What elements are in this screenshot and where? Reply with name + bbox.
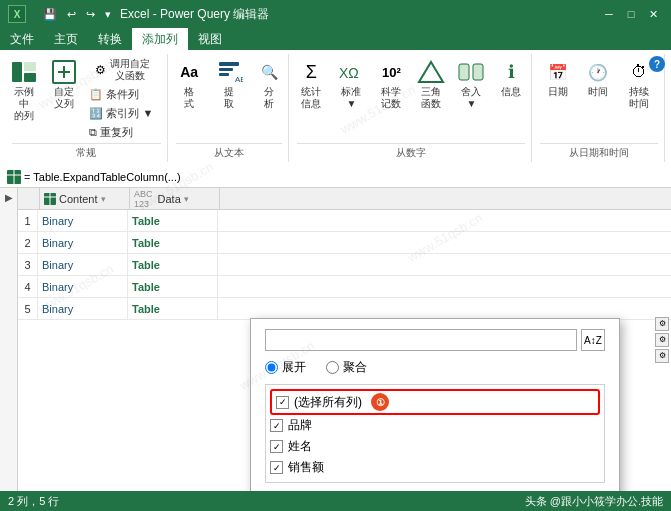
- btn-index-col[interactable]: 🔢 索引列 ▼: [86, 105, 166, 122]
- cb-brand[interactable]: ✓: [270, 419, 283, 432]
- main-wrapper: X 💾 ↩ ↪ ▾ Excel - Power Query 编辑器 ─ □ ✕ …: [0, 0, 671, 511]
- content-filter-icon[interactable]: ▾: [101, 194, 106, 204]
- radio-expand[interactable]: 展开: [265, 359, 306, 376]
- expand-arrow[interactable]: ▶: [5, 192, 13, 203]
- right-btn-2[interactable]: ⚙: [655, 333, 669, 347]
- group-from-date: 📅 日期 🕐 时间 ⏱ 持续时间 从日期和时间: [534, 54, 665, 162]
- left-panel: ▶: [0, 188, 18, 491]
- radio-expand-input[interactable]: [265, 361, 278, 374]
- tab-transform[interactable]: 转换: [88, 28, 132, 50]
- btn-sci[interactable]: 10² 科学记数: [373, 56, 409, 112]
- ribbon-tabs: 文件 主页 转换 添加列 视图: [0, 28, 671, 50]
- btn-date[interactable]: 📅 日期: [540, 56, 576, 100]
- col-header-num: [18, 188, 40, 209]
- tab-home[interactable]: 主页: [44, 28, 88, 50]
- btn-format[interactable]: Aa 格式: [171, 56, 207, 112]
- checkbox-name-row: ✓ 姓名: [270, 436, 600, 457]
- group-from-text-items: Aa 格式 ABC 提取 🔍 分析: [171, 56, 287, 141]
- round-label: 舍入▼: [461, 86, 481, 110]
- svg-marker-11: [419, 62, 443, 82]
- example-col-label: 示例中的列: [10, 86, 38, 122]
- btn-analyze[interactable]: 🔍 分析: [251, 56, 287, 112]
- table-icon: [6, 169, 22, 185]
- qa-save[interactable]: 💾: [40, 8, 60, 21]
- svg-rect-7: [219, 68, 233, 71]
- extract-icon: ABC: [215, 58, 243, 86]
- right-btn-1[interactable]: ⚙: [655, 317, 669, 331]
- svg-rect-12: [459, 64, 469, 80]
- repeat-col-icon: ⧉: [89, 126, 97, 139]
- qa-dropdown[interactable]: ▾: [102, 8, 114, 21]
- cell-row-5-num: 5: [18, 298, 38, 319]
- cb-sales[interactable]: ✓: [270, 461, 283, 474]
- group-normal-items: 示例中的列 自定义列 ⚙ 调用自定义函数 �: [6, 56, 166, 141]
- dialog-search-input[interactable]: [265, 329, 577, 351]
- btn-example-col[interactable]: 示例中的列: [6, 56, 42, 124]
- group-from-date-items: 📅 日期 🕐 时间 ⏱ 持续时间: [540, 56, 658, 141]
- condition-col-icon: 📋: [89, 88, 103, 101]
- svg-text:XΩ: XΩ: [339, 65, 359, 81]
- btn-trig[interactable]: 三角函数: [413, 56, 449, 112]
- btn-extract[interactable]: ABC 提取: [211, 56, 247, 112]
- btn-stats[interactable]: Σ 统计信息: [293, 56, 329, 112]
- index-col-label: 索引列 ▼: [106, 106, 153, 121]
- table-row[interactable]: 4 Binary Table: [18, 276, 671, 298]
- btn-invoke-func[interactable]: ⚙ 调用自定义函数: [86, 56, 166, 84]
- btn-time[interactable]: 🕐 时间: [580, 56, 616, 100]
- cb-select-all[interactable]: ✓: [276, 396, 289, 409]
- tab-file[interactable]: 文件: [0, 28, 44, 50]
- group-from-text-label: 从文本: [176, 143, 283, 160]
- col-content-label: Content: [59, 193, 98, 205]
- round-icon: [457, 58, 485, 86]
- btn-info[interactable]: ℹ 信息: [493, 56, 529, 100]
- tab-view[interactable]: 视图: [188, 28, 232, 50]
- btn-custom-col[interactable]: 自定义列: [46, 56, 82, 112]
- btn-repeat-col[interactable]: ⧉ 重复列: [86, 124, 166, 141]
- maximize-button[interactable]: □: [621, 4, 641, 24]
- help-button[interactable]: ?: [649, 56, 665, 72]
- svg-rect-8: [219, 73, 229, 76]
- repeat-col-label: 重复列: [100, 125, 133, 140]
- dialog-body: A↕Z 展开 聚合 ✓: [251, 319, 619, 491]
- cell-row-1-data: Table: [128, 210, 218, 231]
- close-button[interactable]: ✕: [643, 4, 663, 24]
- svg-text:ABC: ABC: [235, 75, 243, 84]
- svg-rect-13: [473, 64, 483, 80]
- custom-col-icon: [50, 58, 78, 86]
- radio-aggregate[interactable]: 聚合: [326, 359, 367, 376]
- svg-rect-0: [12, 62, 22, 82]
- col-header-data[interactable]: ABC123 Data ▾: [130, 188, 220, 209]
- col-header-content[interactable]: Content ▾: [40, 188, 130, 209]
- cell-row-2-content: Binary: [38, 232, 128, 253]
- radio-aggregate-input[interactable]: [326, 361, 339, 374]
- checkbox-sales-row: ✓ 销售额: [270, 457, 600, 478]
- tab-addcol[interactable]: 添加列: [132, 28, 188, 50]
- qa-undo[interactable]: ↩: [64, 8, 79, 21]
- table-row[interactable]: 2 Binary Table: [18, 232, 671, 254]
- window-controls: ─ □ ✕: [599, 4, 663, 24]
- btn-round[interactable]: 舍入▼: [453, 56, 489, 112]
- data-filter-icon[interactable]: ▾: [184, 194, 189, 204]
- btn-condition-col[interactable]: 📋 条件列: [86, 86, 166, 103]
- cell-row-5-data: Table: [128, 298, 218, 319]
- cb-name[interactable]: ✓: [270, 440, 283, 453]
- table-row[interactable]: 3 Binary Table: [18, 254, 671, 276]
- svg-rect-2: [24, 73, 36, 82]
- table-row[interactable]: 1 Binary Table: [18, 210, 671, 232]
- stats-label: 统计信息: [301, 86, 321, 110]
- sci-label: 科学记数: [381, 86, 401, 110]
- btn-std[interactable]: XΩ 标准▼: [333, 56, 369, 112]
- title-bar: X 💾 ↩ ↪ ▾ Excel - Power Query 编辑器 ─ □ ✕: [0, 0, 671, 28]
- right-btn-3[interactable]: ⚙: [655, 349, 669, 363]
- minimize-button[interactable]: ─: [599, 4, 619, 24]
- window-title: Excel - Power Query 编辑器: [120, 6, 269, 23]
- ribbon-content: 示例中的列 自定义列 ⚙ 调用自定义函数 �: [0, 50, 671, 166]
- cb-name-label: 姓名: [288, 438, 312, 455]
- qa-redo[interactable]: ↪: [83, 8, 98, 21]
- group-normal-label: 常规: [12, 143, 161, 160]
- checkbox-brand-row: ✓ 品牌: [270, 415, 600, 436]
- cell-row-4-data: Table: [128, 276, 218, 297]
- sort-az-button[interactable]: A↕Z: [581, 329, 605, 351]
- table-row[interactable]: 5 Binary Table: [18, 298, 671, 320]
- std-icon: XΩ: [337, 58, 365, 86]
